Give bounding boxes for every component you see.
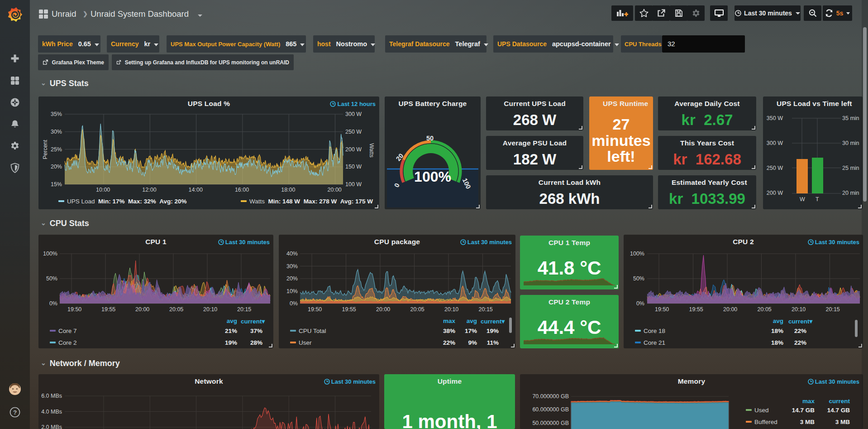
svg-text:?: ?	[13, 409, 17, 416]
